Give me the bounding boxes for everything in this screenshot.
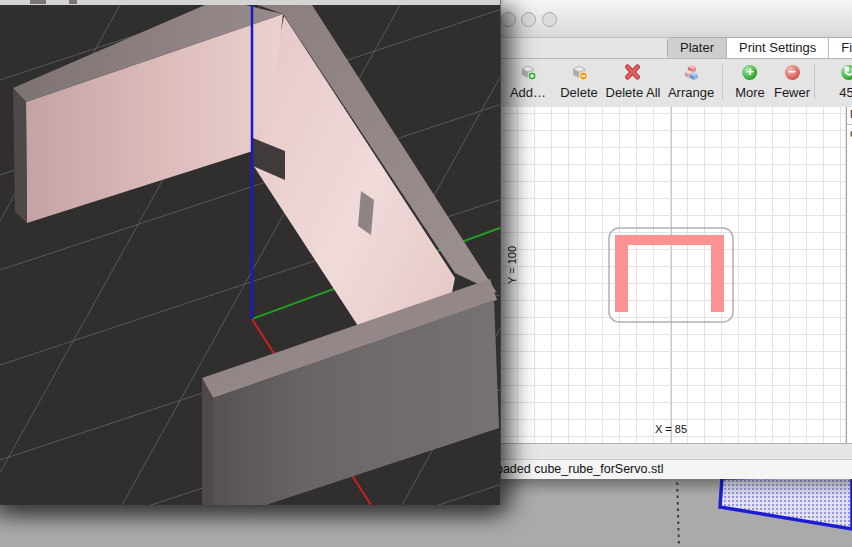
window-titlebar[interactable] bbox=[501, 0, 852, 38]
titlebar-mark bbox=[69, 0, 77, 4]
arrange-button[interactable]: Arrange bbox=[668, 61, 714, 100]
rotate-45-label: 45° bbox=[839, 85, 852, 100]
object-list-header: N bbox=[847, 107, 852, 125]
fewer-label: Fewer bbox=[774, 85, 810, 100]
plus-circle-icon: + bbox=[743, 65, 758, 80]
close-window-icon[interactable] bbox=[501, 12, 516, 27]
status-bar: Loaded cube_rube_forServo.stl bbox=[501, 459, 852, 479]
object-list-row[interactable]: c bbox=[847, 125, 852, 139]
delete-box-icon bbox=[560, 61, 598, 83]
add-button[interactable]: Add… bbox=[510, 61, 546, 100]
settings-tabbar: Plater Print Settings Fi bbox=[667, 37, 852, 59]
toolbar-separator bbox=[722, 65, 723, 99]
red-x-icon bbox=[606, 61, 661, 83]
window-footer-strip bbox=[501, 443, 852, 460]
wall-left-end-cap bbox=[13, 88, 27, 223]
rotate-45-button[interactable]: ↻ 45° bbox=[839, 61, 852, 100]
wall-front-end-cap bbox=[202, 378, 213, 505]
minimize-window-icon[interactable] bbox=[521, 12, 536, 27]
delete-all-button[interactable]: Delete All bbox=[606, 61, 661, 100]
toolbar-separator bbox=[814, 65, 815, 99]
status-text: Loaded cube_rube_forServo.stl bbox=[489, 462, 663, 476]
arrange-label: Arrange bbox=[668, 85, 714, 100]
add-label: Add… bbox=[510, 85, 546, 100]
delete-all-label: Delete All bbox=[606, 85, 661, 100]
add-box-icon bbox=[510, 61, 546, 83]
tab-plater[interactable]: Plater bbox=[668, 38, 727, 58]
delete-button[interactable]: Delete bbox=[560, 61, 598, 100]
fewer-button[interactable]: − Fewer bbox=[774, 61, 810, 100]
cubes-icon bbox=[668, 61, 714, 83]
selected-face[interactable] bbox=[720, 476, 852, 529]
more-button[interactable]: + More bbox=[735, 61, 765, 100]
plater-bed[interactable]: Y = 100 X = 85 bbox=[501, 107, 846, 443]
plater-toolbar: Add… Delete Delet bbox=[501, 58, 852, 108]
minus-circle-icon: − bbox=[785, 65, 800, 80]
bed-x-size-label: X = 85 bbox=[641, 423, 701, 435]
zoom-window-icon[interactable] bbox=[542, 12, 557, 27]
tab-filament-settings[interactable]: Fi bbox=[829, 38, 852, 58]
more-label: More bbox=[735, 85, 765, 100]
object-list: N c bbox=[846, 107, 852, 443]
object-outline-shape[interactable] bbox=[615, 235, 724, 312]
viewport-3d-scene[interactable] bbox=[0, 5, 500, 505]
rotate-icon: ↻ bbox=[841, 65, 852, 80]
slicer-window: Plater Print Settings Fi Add… bbox=[500, 0, 852, 479]
titlebar-mark bbox=[30, 0, 46, 4]
tab-print-settings[interactable]: Print Settings bbox=[727, 38, 829, 58]
construction-dotted-line bbox=[677, 476, 679, 547]
delete-label: Delete bbox=[560, 85, 598, 100]
bed-y-size-label: Y = 100 bbox=[506, 240, 518, 290]
viewport-3d-window bbox=[0, 0, 500, 505]
